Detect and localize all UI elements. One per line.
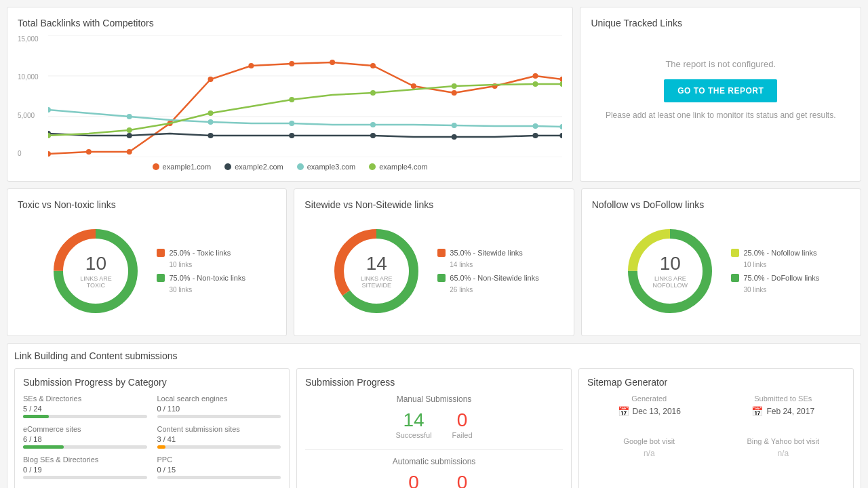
sitemap-title: Sitemap Generator bbox=[587, 377, 845, 388]
nofollow-legend-item-2: 75.0% - DoFollow links bbox=[731, 274, 819, 282]
sub-cat-content: Content submission sites 3 / 41 bbox=[157, 425, 281, 449]
tracked-links-card: Unique Tracked Links The report is not c… bbox=[580, 7, 861, 182]
svg-point-39 bbox=[452, 83, 457, 89]
sub-cat-blog: Blog SEs & Directories 0 / 19 bbox=[23, 455, 147, 479]
nofollow-center: 10 LINKS ARE NOFOLLOW bbox=[646, 254, 694, 289]
svg-point-8 bbox=[208, 77, 214, 82]
svg-point-35 bbox=[127, 127, 132, 133]
chart-legend: example1.com example2.com example3.com e… bbox=[18, 163, 562, 171]
svg-point-32 bbox=[533, 123, 538, 129]
svg-point-31 bbox=[452, 123, 457, 128]
sitewide-donut-container: 14 LINKS ARE SITEWIDE 35.0% - Sitewide l… bbox=[304, 217, 563, 325]
not-configured-text: The report is not configured. bbox=[665, 59, 776, 69]
sitewide-legend-item-1: 35.0% - Sitewide links bbox=[437, 249, 538, 257]
sitemap-submitted: Submitted to SEs 📅 Feb 24, 2017 bbox=[722, 394, 846, 417]
submission-category-card: Submission Progress by Category SEs & Di… bbox=[14, 368, 290, 488]
toxic-title: Toxic vs Non-toxic links bbox=[18, 199, 276, 210]
svg-point-29 bbox=[289, 121, 294, 126]
sitemap-google-bot: Google bot visit n/a bbox=[587, 437, 711, 458]
toxic-legend: 25.0% - Toxic links 10 links 75.0% - Non… bbox=[157, 249, 245, 293]
svg-point-37 bbox=[289, 97, 294, 102]
svg-point-41 bbox=[559, 81, 562, 87]
sub-cat-local: Local search engines 0 / 110 bbox=[157, 394, 281, 418]
nofollow-legend: 25.0% - Nofollow links 10 links 75.0% - … bbox=[731, 249, 819, 293]
submission-category-title: Submission Progress by Category bbox=[23, 377, 281, 388]
automatic-submission-row: 0 Successful 0 Failed bbox=[305, 472, 563, 488]
svg-point-14 bbox=[452, 90, 457, 96]
backlinks-title: Total Backlinks with Competitors bbox=[18, 18, 562, 28]
line-chart-svg bbox=[48, 35, 562, 157]
svg-point-27 bbox=[127, 114, 132, 119]
toxic-center: 10 LINKS ARE TOXIC bbox=[72, 254, 119, 289]
toxic-legend-item-1: 25.0% - Toxic links bbox=[157, 249, 245, 257]
manual-submission-section: Manual Submissions 14 Successful 0 Faile… bbox=[305, 394, 563, 439]
automatic-failed: 0 Failed bbox=[452, 472, 473, 488]
svg-point-40 bbox=[533, 81, 538, 87]
bottom-section: Link Building and Content submissions Su… bbox=[7, 343, 861, 488]
sub-cat-ses: SEs & Directories 5 / 24 bbox=[23, 394, 147, 418]
svg-point-22 bbox=[370, 133, 376, 138]
top-row: Total Backlinks with Competitors 15,000 … bbox=[7, 7, 861, 182]
svg-point-12 bbox=[370, 63, 376, 68]
legend-dot-example4 bbox=[369, 163, 376, 170]
legend-dot-example3 bbox=[297, 163, 304, 170]
donut-row: Toxic vs Non-toxic links 10 LINKS ARE TO… bbox=[7, 188, 861, 336]
svg-point-19 bbox=[127, 133, 132, 138]
calendar-icon-submitted: 📅 bbox=[751, 406, 763, 417]
tracked-links-sub: Please add at least one link to monitor … bbox=[606, 110, 836, 120]
sitewide-legend: 35.0% - Sitewide links 14 links 65.0% - … bbox=[437, 249, 538, 293]
backlinks-chart: 15,000 10,000 5,000 0 bbox=[18, 35, 562, 157]
sub-cat-ppc: PPC 0 / 15 bbox=[157, 455, 281, 479]
svg-point-13 bbox=[411, 83, 416, 89]
legend-example3: example3.com bbox=[297, 163, 356, 171]
legend-example4: example4.com bbox=[369, 163, 428, 171]
tracked-links-content: The report is not configured. GO TO THE … bbox=[591, 35, 850, 144]
bottom-section-title: Link Building and Content submissions bbox=[14, 350, 854, 361]
y-axis: 15,000 10,000 5,000 0 bbox=[18, 35, 48, 157]
sitewide-center: 14 LINKS ARE SITEWIDE bbox=[353, 254, 400, 289]
svg-point-25 bbox=[559, 133, 562, 138]
svg-point-33 bbox=[559, 124, 562, 129]
svg-point-10 bbox=[289, 61, 294, 66]
svg-point-30 bbox=[370, 122, 376, 127]
sitewide-donut: 14 LINKS ARE SITEWIDE bbox=[329, 224, 424, 319]
backlinks-card: Total Backlinks with Competitors 15,000 … bbox=[7, 7, 573, 182]
svg-point-23 bbox=[452, 134, 457, 140]
automatic-successful: 0 Successful bbox=[395, 472, 431, 488]
svg-point-16 bbox=[533, 73, 538, 79]
svg-point-38 bbox=[370, 90, 376, 96]
chart-svg-container bbox=[48, 35, 562, 157]
svg-point-21 bbox=[289, 133, 294, 138]
legend-example2: example2.com bbox=[224, 163, 283, 171]
bottom-cards-row: Submission Progress by Category SEs & Di… bbox=[14, 368, 854, 488]
legend-dot-example2 bbox=[224, 163, 231, 170]
submission-progress-title: Submission Progress bbox=[305, 377, 563, 388]
sitemap-grid: Generated 📅 Dec 13, 2016 Submitted to SE… bbox=[587, 394, 845, 458]
go-to-report-button[interactable]: GO TO THE REPORT bbox=[664, 79, 777, 102]
legend-dot-example1 bbox=[153, 163, 159, 170]
sub-cat-ecommerce: eCommerce sites 6 / 18 bbox=[23, 425, 147, 449]
toxic-legend-item-2: 75.0% - Non-toxic links bbox=[157, 274, 245, 282]
dashboard: Total Backlinks with Competitors 15,000 … bbox=[0, 0, 868, 488]
nofollow-title: Nofollow vs DoFollow links bbox=[592, 199, 850, 210]
tracked-links-title: Unique Tracked Links bbox=[591, 18, 850, 28]
sitewide-legend-item-2: 65.0% - Non-Sitewide links bbox=[437, 274, 538, 282]
nofollow-donut-card: Nofollow vs DoFollow links 10 LINKS ARE … bbox=[581, 188, 861, 336]
svg-point-36 bbox=[208, 110, 214, 116]
toxic-donut-card: Toxic vs Non-toxic links 10 LINKS ARE TO… bbox=[7, 188, 287, 336]
submission-category-grid: SEs & Directories 5 / 24 Local search en… bbox=[23, 394, 281, 479]
sitemap-generated-value: 📅 Dec 13, 2016 bbox=[587, 406, 711, 417]
sitewide-donut-card: Sitewide vs Non-Sitewide links 14 LINKS … bbox=[294, 188, 574, 336]
calendar-icon-generated: 📅 bbox=[618, 406, 629, 417]
svg-point-6 bbox=[127, 149, 132, 155]
manual-successful: 14 Successful bbox=[395, 409, 431, 439]
sitemap-generator-card: Sitemap Generator Generated 📅 Dec 13, 20… bbox=[578, 368, 854, 488]
nofollow-legend-item-1: 25.0% - Nofollow links bbox=[731, 249, 819, 257]
nofollow-donut: 10 LINKS ARE NOFOLLOW bbox=[623, 224, 717, 319]
svg-point-26 bbox=[48, 107, 51, 113]
sitemap-generated: Generated 📅 Dec 13, 2016 bbox=[587, 394, 711, 417]
svg-point-4 bbox=[48, 151, 51, 157]
svg-point-24 bbox=[533, 133, 538, 138]
sitemap-submitted-value: 📅 Feb 24, 2017 bbox=[722, 406, 846, 417]
svg-point-5 bbox=[86, 149, 92, 155]
